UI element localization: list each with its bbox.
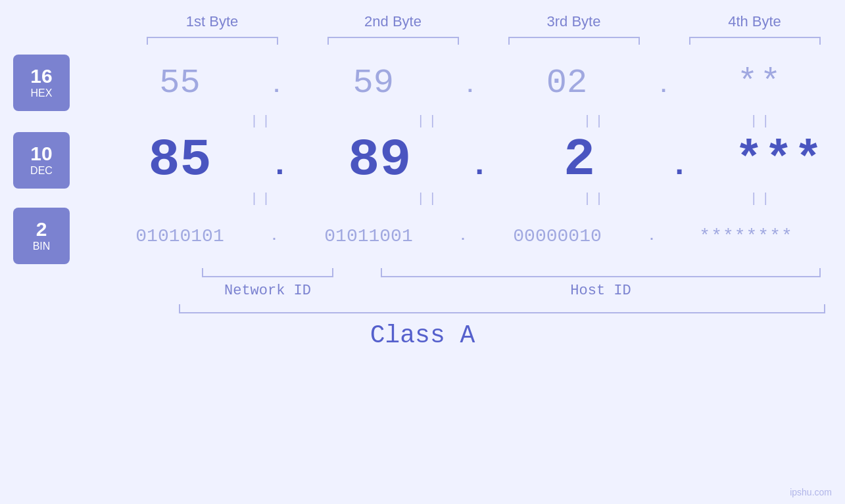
bin-row: 2 BIN 01010101 . 01011001 . 00000010 . *… [13,208,845,264]
bottom-section: Network ID Host ID [0,268,845,299]
hex-b4: ** [670,64,845,103]
network-id-section: Network ID [179,268,356,299]
dec-b4: *** [688,133,845,187]
bin-b4: ******** [656,226,836,246]
equals-2-b1: || [179,191,345,206]
dec-dot-3: . [670,148,689,190]
equals-1-b2: || [345,114,512,129]
top-bracket-2 [327,37,459,45]
bin-b1: 01010101 [89,226,270,246]
class-label: Class A [0,321,845,350]
bin-dot-3: . [648,229,656,246]
watermark: ipshu.com [790,487,832,497]
equals-2-b3: || [512,191,679,206]
bin-dot-2: . [459,229,467,246]
equals-1-b4: || [679,114,845,129]
bin-b2: 01011001 [278,226,459,246]
byte-header-1: 1st Byte [122,13,302,30]
equals-2-b2: || [345,191,512,206]
hex-dot-2: . [464,74,476,103]
equals-1-b1: || [179,114,345,129]
bin-badge: 2 BIN [13,208,70,264]
hex-b2: 59 [283,64,464,103]
dec-row: 10 DEC 85 . 89 . 2 . *** [13,130,845,190]
equals-1-b3: || [512,114,679,129]
host-id-label: Host ID [570,283,631,299]
hex-b3: 02 [476,64,657,103]
host-bracket [381,268,821,277]
top-brackets [0,37,845,45]
top-bracket-4 [689,37,821,45]
dec-b2: 89 [289,130,470,190]
dec-dot-1: . [270,148,289,190]
dec-b3: 2 [489,130,670,190]
byte-header-4: 4th Byte [664,13,845,30]
dec-b1: 85 [89,130,270,190]
dec-badge: 10 DEC [13,132,70,189]
top-bracket-3 [508,37,640,45]
network-id-label: Network ID [224,283,311,299]
byte-headers-row: 1st Byte 2nd Byte 3rd Byte 4th Byte [0,13,845,30]
hex-row: 16 HEX 55 . 59 . 02 . ** [13,55,845,111]
bin-dot-1: . [270,229,278,246]
byte-header-3: 3rd Byte [483,13,664,30]
hex-badge: 16 HEX [13,55,70,111]
hex-dot-1: . [270,74,283,103]
host-id-section: Host ID [356,268,845,299]
equals-row-2: || || || || [0,191,845,206]
main-container: 1st Byte 2nd Byte 3rd Byte 4th Byte 16 H… [0,0,845,504]
class-bracket [179,304,825,313]
network-bracket [202,268,333,277]
hex-b1: 55 [89,64,270,103]
bin-b3: 00000010 [467,226,648,246]
dec-dot-2: . [470,148,489,190]
long-bracket-container [0,304,845,313]
top-bracket-1 [147,37,278,45]
equals-2-b4: || [679,191,845,206]
equals-row-1: || || || || [0,114,845,129]
byte-header-2: 2nd Byte [302,13,483,30]
hex-dot-3: . [657,74,669,103]
